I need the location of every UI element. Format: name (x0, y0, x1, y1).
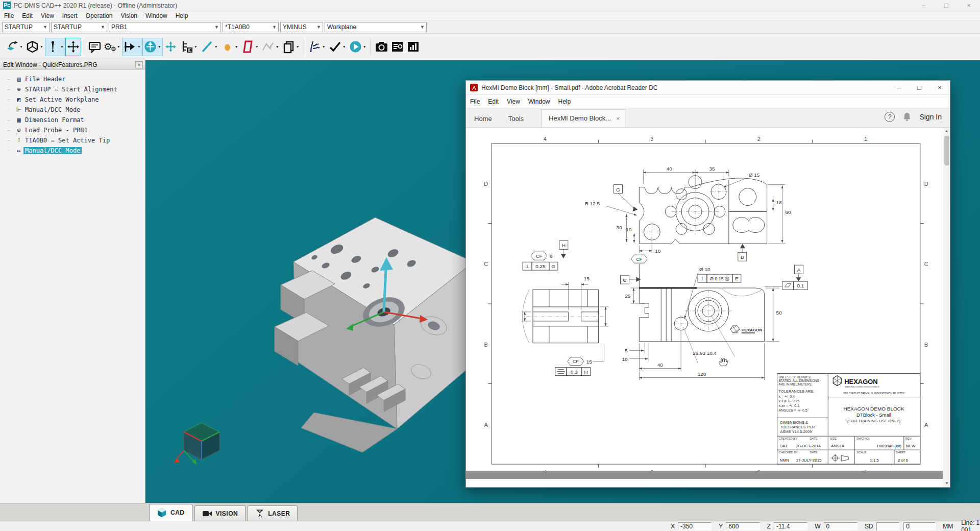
chevron-down-icon[interactable]: ▾ (296, 44, 300, 49)
menu-help[interactable]: Help (172, 12, 192, 19)
chevron-down-icon[interactable]: ▾ (362, 44, 367, 49)
maximize-button[interactable]: □ (935, 0, 958, 11)
menu-edit[interactable]: Edit (18, 12, 37, 19)
view-orientation-cube[interactable] (174, 418, 230, 466)
tip-combo[interactable]: *T1A0B0▼ (223, 22, 279, 32)
chevron-down-icon: ▼ (419, 25, 426, 30)
vector-button[interactable] (163, 38, 179, 56)
line-feature-button[interactable]: ▾ (199, 38, 219, 56)
tab-vision[interactable]: VISION (194, 505, 246, 521)
tree-item-file-header[interactable]: ┄▤ File Header (7, 74, 145, 84)
probe-mode-button[interactable]: ▾ (45, 38, 65, 56)
tab-close-icon[interactable]: × (616, 115, 619, 122)
report-window-button[interactable] (389, 38, 405, 56)
verify-button[interactable]: ▾ (327, 38, 348, 56)
program-mode-button[interactable]: ▾ (4, 38, 24, 56)
scan-button[interactable]: ▾ (260, 38, 281, 56)
close-button[interactable]: × (929, 81, 950, 94)
chevron-down-icon[interactable]: ▾ (19, 44, 23, 49)
chevron-down-icon[interactable]: ▾ (342, 44, 347, 49)
chevron-down-icon[interactable]: ▾ (234, 44, 239, 49)
menu-operation[interactable]: Operation (82, 12, 117, 19)
chevron-down-icon[interactable]: ▾ (116, 44, 121, 49)
tree-item-set-workplane[interactable]: ┄◩ Set Active Workplane (7, 94, 145, 105)
menu-insert[interactable]: Insert (58, 12, 82, 19)
tab-tools[interactable]: Tools (500, 110, 532, 127)
startup-combo[interactable]: STARTUP▼ (51, 22, 107, 32)
menu-help[interactable]: Help (554, 98, 575, 105)
minimize-button[interactable]: – (889, 81, 909, 94)
comment-icon (88, 40, 102, 54)
tree-item-load-probe[interactable]: ┄⊙ Load Probe - PRB1 (7, 125, 145, 135)
status-x-label: X (671, 523, 675, 530)
plane-feature-button[interactable]: ▾ (240, 38, 260, 56)
chevron-down-icon[interactable]: ▾ (137, 44, 141, 49)
copy-button[interactable]: ▾ (281, 38, 301, 56)
comment-button[interactable] (87, 38, 103, 56)
close-button[interactable]: × (958, 0, 980, 11)
menu-file[interactable]: File (0, 12, 18, 19)
bell-icon[interactable] (903, 112, 911, 122)
svg-text:10: 10 (626, 227, 632, 232)
snapshot-button[interactable] (374, 38, 389, 56)
acrobat-window[interactable]: HexMI Demo Block [mm] - Small.pdf - Adob… (465, 80, 950, 488)
menu-window[interactable]: Window (524, 98, 554, 105)
menu-file[interactable]: File (466, 98, 484, 105)
tab-home[interactable]: Home (466, 110, 500, 127)
tab-cad[interactable]: CAD (149, 504, 192, 521)
pdf-content-area[interactable]: 4 3 2 1 4 3 2 1 D C B A D (466, 128, 950, 487)
scroll-up-icon[interactable]: ▲ (943, 128, 950, 135)
mode-combo[interactable]: Workplane▼ (325, 22, 427, 32)
menu-view[interactable]: View (503, 98, 524, 105)
menu-edit[interactable]: Edit (484, 98, 503, 105)
alignment-combo[interactable]: STARTUP▼ (2, 22, 50, 32)
svg-text:HEXAGON DEMO BLOCK: HEXAGON DEMO BLOCK (843, 406, 904, 412)
view-setup-button[interactable]: ▾ (24, 38, 45, 56)
graphic-window-button[interactable] (405, 38, 421, 56)
pdf-page[interactable]: 4 3 2 1 4 3 2 1 D C B A D (466, 128, 943, 479)
tree-item-manual-dcc-mode[interactable]: ┄⊩ Manual/DCC Mode (7, 105, 145, 115)
cad-viewport[interactable]: HexMI Demo Block [mm] - Small.pdf - Adob… (145, 60, 980, 503)
chevron-down-icon[interactable]: ▾ (322, 44, 326, 49)
tree-item-dimension-format[interactable]: ┄▦ Dimension Format (7, 115, 145, 125)
edit-window-close-button[interactable]: × (135, 61, 143, 68)
chevron-down-icon[interactable]: ▾ (157, 44, 162, 49)
svg-text:CF: CF (573, 359, 579, 364)
point-feature-icon (220, 40, 234, 54)
help-icon[interactable]: ? (885, 112, 895, 122)
probe-combo[interactable]: PRB1▼ (109, 22, 221, 32)
menu-vision[interactable]: Vision (117, 12, 141, 19)
settings-button[interactable]: ⚙ ⚙ ▾ (103, 38, 122, 56)
tab-laser[interactable]: LASER (248, 505, 298, 521)
tree-item-set-active-tip[interactable]: ┄⊺ T1A0B0 = Set Active Tip (7, 135, 145, 146)
menu-view[interactable]: View (37, 12, 58, 19)
auto-insert-button[interactable]: ▾ (122, 38, 142, 56)
edit-window-header[interactable]: Edit Window - QuickFeatures.PRG × (0, 60, 145, 70)
workplane-icon: ◩ (14, 96, 23, 103)
scrollbar-thumb[interactable] (944, 136, 949, 165)
chevron-down-icon[interactable]: ▾ (255, 44, 259, 49)
chevron-down-icon[interactable]: ▾ (214, 44, 218, 49)
svg-text:1:1.5: 1:1.5 (870, 458, 879, 463)
auto-feature-button[interactable]: ▾ (142, 38, 163, 56)
chevron-down-icon[interactable]: ▾ (60, 44, 64, 49)
tree-item-startup-alignment[interactable]: ┄⊕ STARTUP = Start Alignment (7, 84, 145, 94)
execute-button[interactable]: ▾ (348, 38, 368, 56)
tree-item-manual-dcc-mode-selected[interactable]: ┄↦ Manual/DCC Mode (7, 146, 145, 156)
point-feature-button[interactable]: ▾ (219, 38, 240, 56)
chevron-down-icon[interactable]: ▾ (193, 44, 198, 49)
minimize-button[interactable]: – (913, 0, 935, 11)
pdf-scrollbar[interactable]: ▲ ▼ (943, 128, 950, 487)
scroll-down-icon[interactable]: ▼ (943, 480, 950, 487)
menu-window[interactable]: Window (141, 12, 172, 19)
path-strategy-button[interactable]: ▾ (307, 38, 327, 56)
workplane-combo[interactable]: YMINUS▼ (280, 22, 323, 32)
acrobat-titlebar[interactable]: HexMI Demo Block [mm] - Small.pdf - Adob… (466, 81, 950, 95)
sign-in-button[interactable]: Sign In (919, 113, 942, 121)
pan-rotate-button[interactable] (65, 38, 81, 56)
maximize-button[interactable]: □ (909, 81, 929, 94)
chevron-down-icon[interactable]: ▾ (275, 44, 280, 49)
tab-document[interactable]: HexMI Demo Block... × (541, 109, 625, 127)
feature-list-button[interactable]: ▾ (179, 38, 199, 56)
chevron-down-icon[interactable]: ▾ (39, 44, 44, 49)
